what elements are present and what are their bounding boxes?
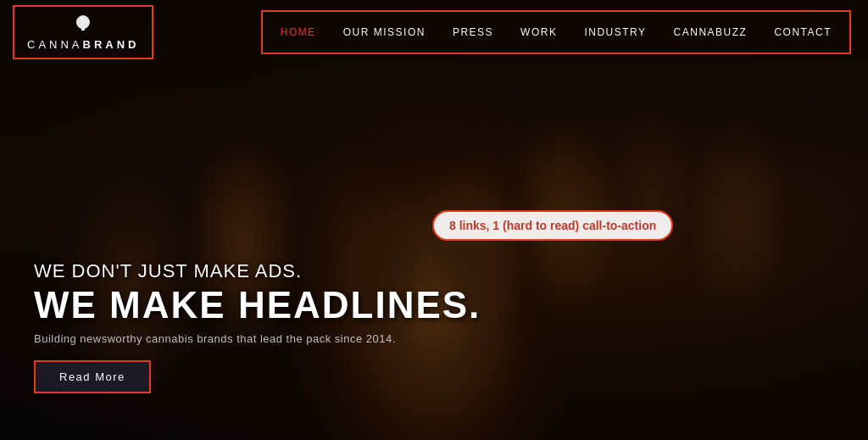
- logo-text: CANNABRAND: [27, 38, 139, 51]
- logo[interactable]: CANNABRAND: [13, 5, 153, 59]
- hero-headline: WE MAKE HEADLINES.: [34, 287, 481, 324]
- nav-items-list: HOME OUR MISSION PRESS WORK INDUSTRY CAN…: [267, 10, 845, 54]
- hero-section: CANNABRAND HOME OUR MISSION PRESS WORK I…: [0, 0, 868, 440]
- main-nav: HOME OUR MISSION PRESS WORK INDUSTRY CAN…: [261, 10, 851, 54]
- logo-leaf-icon: [73, 14, 93, 36]
- nav-item-home[interactable]: HOME: [267, 10, 330, 54]
- nav-item-contact[interactable]: CONTACT: [760, 10, 845, 54]
- annotation-callout: 8 links, 1 (hard to read) call-to-action: [432, 210, 673, 241]
- nav-item-our-mission[interactable]: OUR MISSION: [330, 10, 439, 54]
- hero-subtext: Building newsworthy cannabis brands that…: [34, 332, 481, 345]
- nav-item-work[interactable]: WORK: [507, 10, 570, 54]
- read-more-button[interactable]: Read More: [34, 360, 151, 393]
- hero-content: WE DON'T JUST MAKE ADS. WE MAKE HEADLINE…: [34, 260, 481, 393]
- nav-item-cannabuzz[interactable]: CANNABUZZ: [660, 10, 761, 54]
- nav-item-industry[interactable]: INDUSTRY: [570, 10, 659, 54]
- nav-item-press[interactable]: PRESS: [439, 10, 507, 54]
- hero-tagline: WE DON'T JUST MAKE ADS.: [34, 260, 481, 282]
- header: CANNABRAND HOME OUR MISSION PRESS WORK I…: [0, 0, 868, 64]
